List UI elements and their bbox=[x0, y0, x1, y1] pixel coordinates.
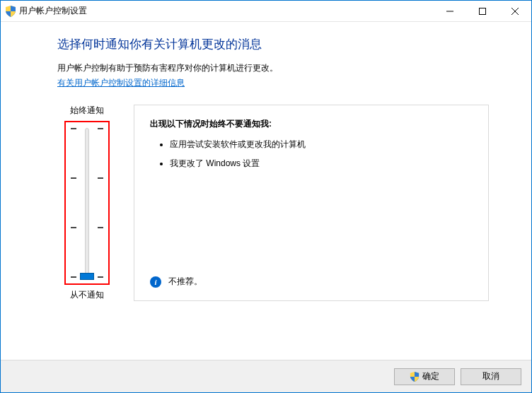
window-title: 用户帐户控制设置 bbox=[19, 5, 87, 17]
slider-ticks-right bbox=[97, 128, 104, 278]
slider-track bbox=[85, 128, 89, 278]
panel-bullet-list: 应用尝试安装软件或更改我的计算机 我更改了 Windows 设置 bbox=[150, 139, 473, 170]
maximize-icon bbox=[479, 8, 486, 15]
cancel-button-label: 取消 bbox=[482, 370, 499, 382]
recommendation-note: i 不推荐。 bbox=[150, 276, 202, 288]
page-description: 用户帐户控制有助于预防有害程序对你的计算机进行更改。 bbox=[57, 62, 489, 74]
ok-button[interactable]: 确定 bbox=[394, 368, 455, 385]
minimize-button[interactable] bbox=[434, 1, 466, 22]
note-text: 不推荐。 bbox=[168, 276, 202, 288]
close-icon bbox=[511, 8, 519, 15]
titlebar: 用户帐户控制设置 bbox=[1, 1, 531, 22]
shield-icon bbox=[5, 6, 16, 17]
slider-ticks-left bbox=[70, 128, 77, 278]
uac-slider[interactable] bbox=[64, 121, 110, 285]
page-heading: 选择何时通知你有关计算机更改的消息 bbox=[57, 36, 489, 52]
uac-settings-window: 用户帐户控制设置 选择何时通知你有关计算机更改的消息 用户帐户控制有助于预防有害… bbox=[0, 0, 532, 393]
maximize-button[interactable] bbox=[466, 1, 499, 22]
slider-thumb[interactable] bbox=[80, 273, 94, 280]
slider-bottom-label: 从不通知 bbox=[70, 289, 104, 301]
cancel-button[interactable]: 取消 bbox=[461, 368, 521, 385]
slider-track-wrap bbox=[77, 128, 97, 278]
svg-rect-0 bbox=[480, 8, 486, 14]
main-row: 始终通知 从不通知 出现以下情况时始 bbox=[57, 105, 489, 301]
shield-icon bbox=[410, 372, 420, 382]
title-button-group bbox=[434, 1, 531, 22]
slider-top-label: 始终通知 bbox=[70, 105, 104, 117]
info-icon: i bbox=[150, 276, 161, 288]
content-area: 选择何时通知你有关计算机更改的消息 用户帐户控制有助于预防有害程序对你的计算机进… bbox=[1, 22, 531, 360]
list-item: 我更改了 Windows 设置 bbox=[170, 158, 473, 170]
more-info-link[interactable]: 有关用户帐户控制设置的详细信息 bbox=[57, 77, 489, 89]
slider-column: 始终通知 从不通知 bbox=[57, 105, 117, 301]
list-item: 应用尝试安装软件或更改我的计算机 bbox=[170, 139, 473, 151]
close-button[interactable] bbox=[499, 1, 531, 22]
footer: 确定 取消 bbox=[1, 360, 531, 392]
minimize-icon bbox=[446, 8, 453, 15]
description-panel: 出现以下情况时始终不要通知我: 应用尝试安装软件或更改我的计算机 我更改了 Wi… bbox=[134, 105, 489, 301]
ok-button-label: 确定 bbox=[422, 370, 439, 382]
panel-title: 出现以下情况时始终不要通知我: bbox=[150, 118, 473, 130]
